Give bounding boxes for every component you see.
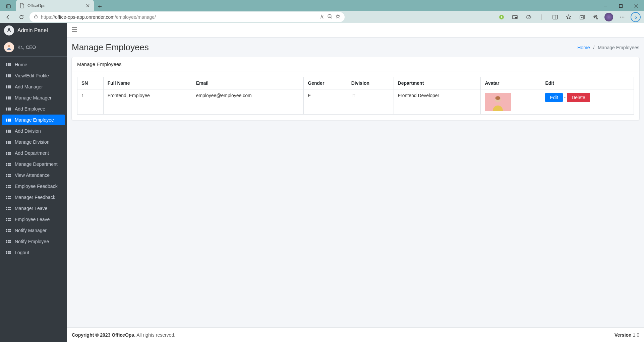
hamburger-icon[interactable] — [72, 26, 77, 33]
browser-tab-active[interactable]: OfficeOps — [16, 0, 94, 11]
maximize-button[interactable] — [613, 1, 629, 11]
content-header: Manage Employees Home / Manage Employees — [67, 38, 644, 57]
url-text: https://office-ops-app.onrender.com/empl… — [41, 14, 316, 20]
breadcrumb-separator: / — [593, 45, 594, 50]
address-bar: https://office-ops-app.onrender.com/empl… — [0, 11, 644, 23]
sidebar-item-label: Notify Employee — [15, 239, 49, 244]
sidebar-item-employee-feedback[interactable]: Employee Feedback — [2, 181, 65, 192]
edit-button[interactable]: Edit — [545, 93, 563, 102]
sidebar-item-manage-department[interactable]: Manage Department — [2, 159, 65, 169]
profile-avatar[interactable] — [603, 12, 614, 22]
delete-button[interactable]: Delete — [567, 93, 590, 102]
back-button[interactable] — [3, 12, 13, 22]
tab-actions-icon[interactable] — [3, 2, 14, 11]
read-aloud-icon[interactable] — [319, 14, 325, 20]
idm-icon[interactable] — [496, 12, 507, 22]
grid-icon — [5, 251, 11, 254]
url-input[interactable]: https://office-ops-app.onrender.com/empl… — [30, 12, 345, 22]
topbar — [67, 23, 644, 38]
sidebar-item-add-division[interactable]: Add Division — [2, 126, 65, 136]
content-body: Manage Employees SNFull NameEmailGenderD… — [67, 57, 644, 327]
table-header-cell: Full Name — [103, 77, 192, 89]
performance-icon[interactable] — [590, 12, 601, 22]
grid-icon — [5, 130, 11, 133]
zoom-out-icon[interactable] — [327, 14, 333, 20]
user-avatar-icon — [4, 42, 14, 52]
sidebar-item-employee-leave[interactable]: Employee Leave — [2, 214, 65, 225]
close-tab-icon[interactable] — [85, 3, 91, 8]
table-body: 1Frontend, Employeeemployee@employee.com… — [77, 89, 634, 115]
page-title: Manage Employees — [72, 42, 149, 53]
svg-point-17 — [8, 45, 10, 47]
table-header-cell: Gender — [304, 77, 347, 89]
svg-rect-2 — [620, 5, 623, 8]
sidebar-item-label: Manager Feedback — [15, 195, 55, 200]
avatar-image — [485, 93, 511, 111]
card: Manage Employees SNFull NameEmailGenderD… — [72, 57, 639, 120]
more-icon[interactable] — [617, 12, 628, 22]
sidebar-item-notify-manager[interactable]: Notify Manager — [2, 225, 65, 236]
sidebar-item-label: Manage Manager — [15, 95, 52, 100]
svg-point-12 — [595, 16, 596, 17]
svg-point-13 — [596, 18, 598, 19]
bing-chat-icon[interactable] — [630, 12, 641, 22]
grid-icon — [5, 63, 11, 66]
grid-icon — [5, 85, 11, 88]
sidebar-item-label: Employee Leave — [15, 217, 50, 222]
sidebar-brand[interactable]: A Admin Panel — [0, 23, 67, 38]
grid-icon — [5, 196, 11, 199]
grid-icon — [5, 108, 11, 111]
action-separator: - — [564, 95, 566, 100]
refresh-button[interactable] — [16, 12, 27, 22]
sidebar-item-view-edit-profile[interactable]: View/Edit Profile — [2, 70, 65, 81]
site-info-icon[interactable] — [34, 14, 38, 20]
brand-title: Admin Panel — [17, 27, 48, 33]
divider — [536, 12, 547, 22]
sidebar-item-add-department[interactable]: Add Department — [2, 148, 65, 158]
sidebar-item-logout[interactable]: Logout — [2, 247, 65, 258]
grid-icon — [5, 207, 11, 210]
grid-icon — [5, 141, 11, 144]
new-tab-button[interactable] — [95, 2, 105, 11]
sidebar-item-manage-employee[interactable]: Manage Employee — [2, 115, 65, 125]
browser-chrome: OfficeOps https://office-ops-app.onrende… — [0, 0, 644, 23]
extensions-icon[interactable] — [523, 12, 534, 22]
tab-title: OfficeOps — [27, 3, 82, 8]
close-window-button[interactable] — [629, 1, 644, 11]
svg-rect-7 — [515, 17, 517, 18]
svg-rect-1 — [6, 5, 8, 8]
minimize-button[interactable] — [598, 1, 613, 11]
table-cell: employee@employee.com — [192, 89, 304, 115]
sidebar-item-manage-division[interactable]: Manage Division — [2, 137, 65, 147]
video-popup-icon[interactable] — [509, 12, 521, 22]
table-header-cell: Division — [347, 77, 394, 89]
sidebar-item-add-manager[interactable]: Add Manager — [2, 81, 65, 92]
breadcrumb-home-link[interactable]: Home — [577, 45, 590, 50]
grid-icon — [5, 240, 11, 243]
collections-icon[interactable] — [576, 12, 588, 22]
split-screen-icon[interactable] — [549, 12, 561, 22]
sidebar-item-label: Add Employee — [15, 106, 45, 112]
sidebar-item-label: View Attendance — [15, 173, 50, 178]
sidebar-item-manager-leave[interactable]: Manager Leave — [2, 203, 65, 214]
sidebar-item-label: Add Manager — [15, 84, 43, 89]
grid-icon — [5, 185, 11, 188]
grid-icon — [5, 174, 11, 177]
sidebar-item-label: Manage Department — [15, 161, 58, 167]
favorite-icon[interactable] — [335, 14, 341, 20]
table-header-cell: Department — [394, 77, 481, 89]
grid-icon — [5, 163, 11, 166]
favorites-bar-icon[interactable] — [563, 12, 574, 22]
sidebar-item-label: View/Edit Profile — [15, 73, 49, 78]
sidebar-item-home[interactable]: Home — [2, 59, 65, 70]
sidebar-item-manager-feedback[interactable]: Manager Feedback — [2, 192, 65, 203]
sidebar-item-add-employee[interactable]: Add Employee — [2, 104, 65, 114]
svg-point-14 — [620, 16, 621, 17]
sidebar-item-view-attendance[interactable]: View Attendance — [2, 170, 65, 181]
sidebar-item-manage-manager[interactable]: Manage Manager — [2, 92, 65, 103]
table-cell: IT — [347, 89, 394, 115]
sidebar-user[interactable]: Kr., CEO — [0, 38, 67, 57]
sidebar-item-notify-employee[interactable]: Notify Employee — [2, 236, 65, 247]
table-header-cell: SN — [77, 77, 104, 89]
grid-icon — [5, 229, 11, 232]
